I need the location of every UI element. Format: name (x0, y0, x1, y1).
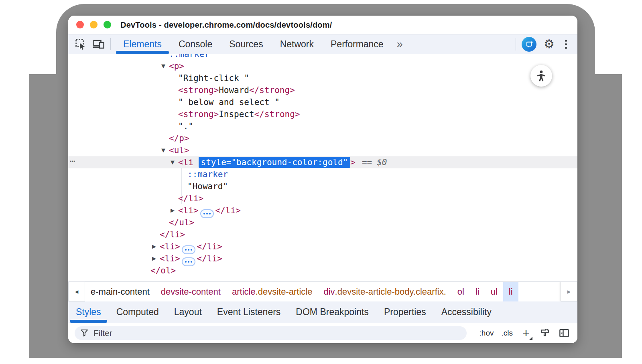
panel-tab-event-listeners[interactable]: Event Listeners (209, 301, 288, 323)
zoom-button[interactable] (104, 21, 111, 28)
panel-tab-properties[interactable]: Properties (376, 301, 434, 323)
tree-row[interactable]: ▼<p> (68, 60, 577, 72)
tree-row[interactable]: ▶<li></li> (68, 241, 577, 253)
expanded-arrow-icon[interactable]: ▼ (159, 144, 167, 156)
minimize-button[interactable] (90, 21, 98, 28)
close-button[interactable] (76, 21, 84, 28)
ai-assistance-icon[interactable] (522, 37, 536, 52)
node-tag: </li> (197, 242, 222, 251)
settings-gear-icon[interactable]: ⚙ (544, 38, 555, 50)
tree-row[interactable]: ▶<li></li> (68, 253, 577, 265)
breadcrumb-item[interactable]: div.devsite-article-body.clearfix. (318, 282, 451, 301)
panel-tab-accessibility[interactable]: Accessibility (434, 301, 499, 323)
breadcrumb-item-selected[interactable]: li (503, 282, 518, 301)
element-classes-button[interactable]: .cls (502, 329, 513, 338)
node-tag: </strong> (254, 109, 300, 119)
breadcrumb-items: e-main-contentdevsite-contentarticle.dev… (85, 282, 518, 301)
selected-attribute-text[interactable]: style="background-color:gold" (199, 157, 351, 168)
tree-row[interactable]: "Howard" (68, 180, 577, 192)
node-tag: > (350, 158, 356, 167)
tree-row[interactable]: "Right-click " (68, 72, 577, 84)
node-tag: </ul> (169, 218, 194, 227)
titlebar: DevTools - developer.chrome.com/docs/dev… (68, 16, 577, 34)
tree-row[interactable]: </li> (68, 192, 577, 204)
toggle-element-state-button[interactable]: :hov (479, 329, 494, 338)
node-tag: <li> (178, 206, 199, 215)
filter-bar-controls: :hov .cls + (479, 323, 570, 343)
crumb-tag: devsite-content (161, 287, 221, 297)
panel-tab-computed[interactable]: Computed (109, 301, 167, 323)
node-tag: </li> (160, 230, 185, 239)
inspect-element-icon[interactable] (74, 34, 87, 54)
panel-tab-styles[interactable]: Styles (68, 301, 109, 323)
tree-row[interactable]: </ol> (68, 265, 577, 277)
collapsed-arrow-icon[interactable]: ▶ (169, 204, 177, 216)
node-tag: </li> (178, 194, 203, 203)
node-text: "." (178, 121, 193, 131)
node-tag: <li> (160, 254, 180, 263)
breadcrumb-item[interactable]: ol (452, 282, 470, 301)
tree-row[interactable]: " below and select " (68, 96, 577, 108)
tab-performance[interactable]: Performance (322, 34, 392, 54)
node-tag: </p> (169, 133, 189, 143)
breadcrumb-item[interactable]: e-main-content (85, 282, 155, 301)
tab-console[interactable]: Console (170, 34, 221, 54)
breadcrumb-scroll-right-button[interactable]: ▸ (561, 282, 577, 301)
tree-row[interactable]: <strong>Inspect</strong> (68, 108, 577, 120)
node-text: " below and select " (178, 97, 280, 107)
breadcrumb-item[interactable]: devsite-content (155, 282, 226, 301)
tree-row[interactable]: <strong>Howard</strong> (68, 84, 577, 96)
tree-row[interactable]: ▼<ul> (68, 144, 577, 156)
filter-input[interactable]: Filter (75, 326, 467, 340)
breadcrumb-scroll-left-button[interactable]: ◂ (68, 282, 85, 301)
breadcrumb-item[interactable]: article.devsite-article (226, 282, 318, 301)
node-eq: == (362, 158, 372, 167)
node-tag: </ol> (150, 266, 176, 275)
crumb-cls: .devsite-article-body.clearfix. (335, 287, 446, 297)
dock-sidebar-icon[interactable] (558, 327, 570, 339)
tab-elements[interactable]: Elements (115, 34, 170, 54)
more-options-icon[interactable] (563, 38, 569, 51)
tree-row-selected[interactable]: ⋯▼<li style="background-color:gold">==$0 (68, 156, 577, 168)
toolbar-divider (110, 38, 111, 50)
device-toolbar-icon[interactable] (92, 34, 105, 54)
node-tag: <li> (160, 242, 180, 251)
rendering-brush-icon[interactable] (539, 328, 551, 339)
node-tag: <li (178, 158, 199, 167)
node-text: "Right-click " (178, 73, 249, 83)
node-tag: </li> (215, 206, 241, 215)
breadcrumb-item[interactable]: li (470, 282, 485, 301)
new-style-rule-caret-icon (529, 337, 532, 340)
crumb-plain: e-main-content (91, 287, 150, 297)
toolbar-right-divider (516, 38, 516, 51)
crumb-tag: li (475, 287, 479, 297)
dom-tree: ::marker▼<p>"Right-click "<strong>Howard… (68, 54, 577, 281)
row-hover-dots: ⋯ (70, 155, 75, 167)
breadcrumb: ◂ e-main-contentdevsite-contentarticle.d… (68, 281, 577, 301)
more-tabs-button[interactable]: » (392, 34, 408, 54)
expanded-arrow-icon[interactable]: ▼ (159, 60, 167, 72)
tree-row[interactable]: ::marker (68, 54, 577, 60)
filter-funnel-icon (80, 328, 89, 338)
tab-network[interactable]: Network (272, 34, 322, 54)
tree-row[interactable]: </p> (68, 132, 577, 144)
expanded-arrow-icon[interactable]: ▼ (169, 156, 177, 168)
tree-row[interactable]: ::marker (68, 168, 577, 180)
window-title: DevTools - developer.chrome.com/docs/dev… (120, 20, 332, 30)
tree-row[interactable]: </ul> (68, 216, 577, 229)
crumb-cls: .devsite-article (256, 287, 313, 297)
tree-row[interactable]: </li> (68, 229, 577, 241)
toolbar-right: ⚙ (510, 34, 577, 54)
styles-filter-bar: Filter :hov .cls + (68, 323, 577, 343)
panel-tab-dom-breakpoints[interactable]: DOM Breakpoints (288, 301, 376, 323)
collapsed-arrow-icon[interactable]: ▶ (150, 241, 158, 253)
panel-tab-layout[interactable]: Layout (167, 301, 209, 323)
node-tag: </li> (197, 254, 222, 263)
collapsed-arrow-icon[interactable]: ▶ (150, 253, 158, 265)
tree-row[interactable]: ▶<li></li> (68, 204, 577, 216)
tree-row[interactable]: "." (68, 120, 577, 132)
node-dollar: $0 (377, 158, 387, 167)
breadcrumb-item[interactable]: ul (485, 282, 503, 301)
tab-sources[interactable]: Sources (221, 34, 271, 54)
new-style-rule-button[interactable]: + (520, 328, 532, 339)
